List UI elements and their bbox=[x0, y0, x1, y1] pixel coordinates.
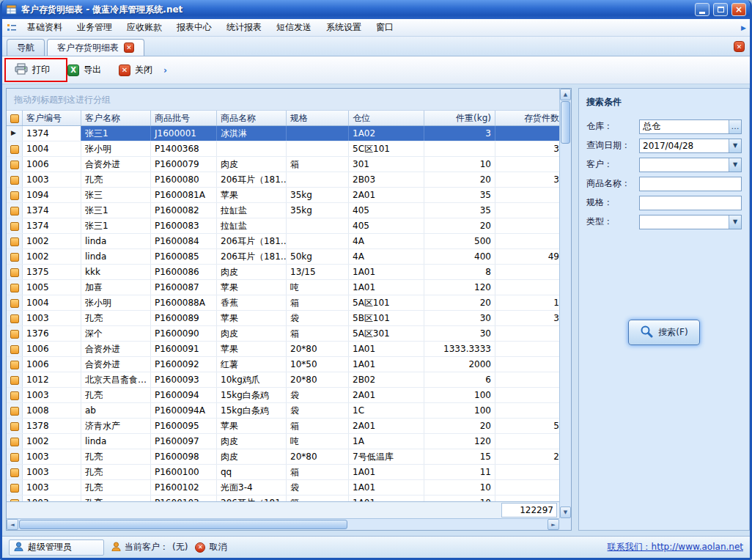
table-row[interactable]: 1003孔亮P1600103206耳片（181…箱1A0110 bbox=[7, 495, 559, 501]
close-report-button[interactable]: ✕ 关闭 bbox=[112, 60, 159, 80]
column-header[interactable]: 仓位 bbox=[349, 111, 424, 125]
column-header[interactable]: 规格 bbox=[287, 111, 349, 125]
column-header[interactable]: 商品名称 bbox=[217, 111, 287, 125]
cell: 3 bbox=[495, 172, 559, 187]
table-row[interactable]: 1002lindaP1600084206耳片（181…4A500 bbox=[7, 234, 559, 249]
horizontal-scroll-thumb[interactable] bbox=[19, 520, 347, 529]
cell bbox=[287, 126, 349, 141]
cell: 合资外进 bbox=[81, 157, 151, 172]
group-by-hint: 拖动列标题到这进行分组 bbox=[7, 89, 559, 111]
row-indicator-icon bbox=[7, 295, 23, 310]
tab-report[interactable]: 客户存货明细表 ✕ bbox=[47, 39, 144, 56]
table-row[interactable]: 1005加喜P1600087苹果吨1A01120 bbox=[7, 280, 559, 295]
app-icon bbox=[6, 4, 18, 15]
cell: 箱 bbox=[287, 465, 349, 479]
menu-item[interactable]: 窗口 bbox=[369, 18, 401, 37]
cancel-customer[interactable]: ✕ 取消 bbox=[195, 541, 226, 553]
table-row[interactable]: 1378济青水产P1600095苹果箱2A01205 bbox=[7, 419, 559, 434]
scroll-down-icon[interactable]: ▼ bbox=[560, 506, 571, 518]
row-indicator-icon bbox=[7, 357, 23, 372]
scroll-up-icon[interactable]: ▲ bbox=[560, 89, 571, 100]
contact-link[interactable]: 联系我们：http://www.aolan.net bbox=[608, 541, 743, 553]
search-field-input[interactable] bbox=[640, 158, 729, 172]
minimize-button[interactable] bbox=[695, 3, 709, 16]
search-field-input[interactable] bbox=[640, 196, 741, 210]
column-header[interactable]: 客户名称 bbox=[81, 111, 151, 125]
table-row[interactable]: 1003孔亮P1600100qq箱1A0111 bbox=[7, 465, 559, 480]
table-row[interactable]: 1375kkkP1600086肉皮13/151A018 bbox=[7, 265, 559, 280]
table-row[interactable]: 1003孔亮P160009415kg白条鸡袋2A01100 bbox=[7, 388, 559, 403]
horizontal-scroll-track[interactable] bbox=[348, 519, 548, 530]
cell bbox=[287, 218, 349, 233]
scroll-left-icon[interactable]: ◄ bbox=[7, 519, 18, 530]
table-row[interactable]: 1002lindaP1600097肉皮吨1A120 bbox=[7, 434, 559, 449]
scroll-right-icon[interactable]: ► bbox=[548, 519, 559, 530]
cell bbox=[495, 372, 559, 387]
table-row[interactable]: 1003孔亮P1600089苹果袋5B区101303 bbox=[7, 311, 559, 326]
table-row[interactable]: 1094张三P1600081A苹果35kg2A0135 bbox=[7, 188, 559, 203]
search-field-box: ▼ bbox=[639, 139, 742, 153]
table-row[interactable]: 1374张三1J1600001冰淇淋1A023 bbox=[7, 126, 559, 141]
tab-navigation[interactable]: 导航 bbox=[7, 39, 45, 56]
row-indicator-icon bbox=[7, 449, 23, 464]
search-field-input[interactable] bbox=[640, 177, 741, 191]
dropdown-button[interactable]: ▼ bbox=[729, 139, 741, 152]
table-row[interactable]: 1008abP1600094A15kg白条鸡袋1C100 bbox=[7, 403, 559, 419]
column-header[interactable]: 件重(kg) bbox=[424, 111, 495, 125]
search-field-input[interactable] bbox=[640, 215, 729, 229]
table-row[interactable]: 1002lindaP1600085206耳片（181…50kg4A40049 bbox=[7, 249, 559, 265]
menu-item[interactable]: 基础资料 bbox=[20, 18, 70, 37]
table-row[interactable]: 1003孔亮P1600102光面3-4袋1A0110 bbox=[7, 480, 559, 495]
menu-items: 基础资料业务管理应收账款报表中心统计报表短信发送系统设置窗口 bbox=[20, 18, 401, 37]
column-header[interactable]: 存货件数 bbox=[495, 111, 559, 125]
vertical-scrollbar[interactable]: ▲ ▼ bbox=[559, 89, 571, 518]
dropdown-button[interactable]: ▼ bbox=[729, 158, 741, 172]
vertical-scroll-track[interactable] bbox=[560, 144, 571, 506]
search-button[interactable]: 搜索(F) bbox=[628, 320, 700, 345]
tab-close-icon[interactable]: ✕ bbox=[124, 43, 134, 53]
search-field: 客户：▼ bbox=[586, 157, 742, 172]
toolbar-overflow-icon[interactable]: › bbox=[163, 65, 167, 75]
cell: 4A bbox=[349, 234, 424, 248]
document-close-button[interactable]: ✕ bbox=[734, 41, 745, 52]
cell: 合资外进 bbox=[81, 342, 151, 356]
menu-item[interactable]: 应收账款 bbox=[119, 18, 169, 37]
ellipsis-button[interactable]: … bbox=[729, 120, 741, 133]
table-row[interactable]: 1006合资外进P1600092红薯10*501A012000 bbox=[7, 357, 559, 372]
menu-overflow-icon[interactable]: ▶ bbox=[741, 24, 746, 32]
vertical-scroll-thumb[interactable] bbox=[561, 101, 570, 144]
table-row[interactable]: 1004张小明P1600088A香蕉箱5A区101201 bbox=[7, 295, 559, 311]
cell: 206耳片（181… bbox=[217, 172, 287, 187]
dropdown-button[interactable]: ▼ bbox=[729, 215, 741, 229]
row-indicator-icon bbox=[7, 434, 23, 449]
table-row[interactable]: 1374张三1P1600083拉缸盐40520 bbox=[7, 218, 559, 234]
table-row[interactable]: 1003孔亮P1600080206耳片（181…2B03203 bbox=[7, 172, 559, 188]
maximize-button[interactable] bbox=[713, 3, 728, 16]
close-button[interactable]: × bbox=[731, 3, 746, 16]
table-row[interactable]: 1006合资外进P1600091苹果20*801A011333.3333 bbox=[7, 342, 559, 357]
table-row[interactable]: 1004张小明P14003685C区1013 bbox=[7, 141, 559, 157]
menu-item[interactable]: 统计报表 bbox=[219, 18, 269, 37]
table-row[interactable]: 1012北京天昌斋食…P160009310kg鸡爪20*802B026 bbox=[7, 372, 559, 388]
search-field-input[interactable] bbox=[640, 120, 729, 133]
search-field-input[interactable] bbox=[640, 139, 729, 152]
cell: P1600100 bbox=[151, 465, 217, 479]
column-header[interactable]: 商品批号 bbox=[151, 111, 217, 125]
tab-bar: 导航 客户存货明细表 ✕ ✕ bbox=[2, 37, 750, 56]
cell: linda bbox=[81, 234, 151, 248]
table-row[interactable]: 1006合资外进P1600079肉皮箱30110 bbox=[7, 157, 559, 172]
cell: 8 bbox=[424, 265, 495, 279]
menu-item[interactable]: 系统设置 bbox=[319, 18, 369, 37]
table-row[interactable]: 1374张三1P1600082拉缸盐35kg40535 bbox=[7, 203, 559, 218]
cell: 箱 bbox=[287, 495, 349, 501]
cell: linda bbox=[81, 249, 151, 264]
menu-item[interactable]: 短信发送 bbox=[269, 18, 319, 37]
menu-item[interactable]: 报表中心 bbox=[169, 18, 219, 37]
cell: 1003 bbox=[23, 388, 81, 402]
menu-item[interactable]: 业务管理 bbox=[70, 18, 119, 37]
table-row[interactable]: 1003孔亮P1600098肉皮20*807号低温库152 bbox=[7, 449, 559, 465]
export-button[interactable]: X 导出 bbox=[61, 60, 108, 80]
horizontal-scrollbar[interactable]: ◄ ► bbox=[7, 518, 559, 530]
table-row[interactable]: 1376深个P1600090肉皮箱5A区30130 bbox=[7, 326, 559, 342]
column-header[interactable]: 客户编号 bbox=[23, 111, 81, 125]
